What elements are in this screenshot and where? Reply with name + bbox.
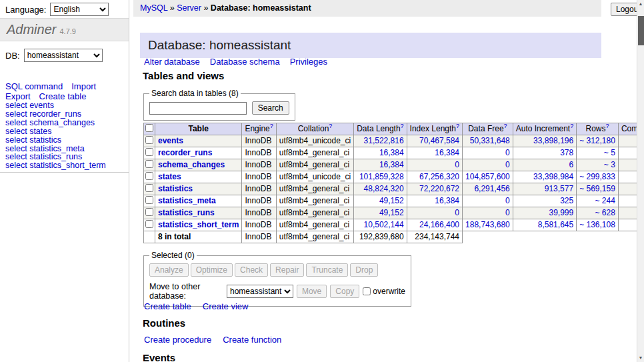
help-link[interactable]: ? (329, 123, 332, 129)
auto-increment-link[interactable]: 8,581,645 (538, 220, 573, 229)
table-name-link[interactable]: schema_changes (158, 160, 225, 169)
auto-increment-link[interactable]: 378 (560, 148, 573, 157)
sidebar-table-link[interactable]: select recorder_runs (5, 110, 106, 119)
sidebar-action-link[interactable]: Import (71, 81, 96, 91)
index-length-link[interactable]: 0 (455, 160, 459, 169)
overwrite-checkbox[interactable] (363, 287, 371, 295)
help-link[interactable]: ? (570, 123, 573, 129)
table-name-link[interactable]: statistics (158, 184, 193, 193)
data-free-link[interactable]: 6,291,456 (474, 184, 509, 193)
auto-increment-link[interactable]: 33,898,196 (533, 136, 573, 145)
scroll-down-icon[interactable]: ▼ (637, 354, 644, 362)
auto-increment-link[interactable]: 33,398,984 (533, 172, 573, 181)
table-name-link[interactable]: statistics_runs (158, 208, 215, 217)
table-name-link[interactable]: statistics_meta (158, 196, 216, 205)
index-length-link[interactable]: 67,256,320 (419, 172, 459, 181)
row-checkbox[interactable] (145, 136, 153, 144)
vertical-scrollbar[interactable]: ▲ ▼ (637, 0, 644, 362)
search-button[interactable]: Search (252, 101, 289, 115)
data-length-link[interactable]: 31,522,816 (364, 136, 404, 145)
rows-count-link[interactable]: ~ 569,159 (579, 184, 615, 193)
create-view-link[interactable]: Create view (203, 301, 249, 311)
rows-count-link[interactable]: ~ 628 (595, 208, 615, 217)
analyze-button[interactable]: Analyze (149, 263, 189, 277)
data-free-link[interactable]: 104,857,600 (465, 172, 510, 181)
scroll-up-icon[interactable]: ▲ (637, 0, 644, 8)
database-action-link[interactable]: Database schema (210, 57, 280, 67)
copy-button[interactable]: Copy (330, 285, 359, 298)
row-checkbox[interactable] (145, 172, 153, 180)
help-link[interactable]: ? (456, 123, 459, 129)
sidebar-table-link[interactable]: select schema_changes (5, 119, 106, 127)
row-checkbox[interactable] (145, 196, 153, 204)
repair-button[interactable]: Repair (270, 263, 304, 277)
data-free-link[interactable]: 188,743,680 (465, 220, 510, 229)
help-link[interactable]: ? (606, 123, 609, 129)
data-length-link[interactable]: 49,152 (379, 208, 404, 217)
data-free-link[interactable]: 0 (505, 196, 510, 205)
data-length-link[interactable]: 101,859,328 (359, 172, 404, 181)
help-link[interactable]: ? (401, 123, 404, 129)
table-name-link[interactable]: statistics_short_term (158, 220, 239, 229)
move-db-select[interactable]: homeassistant (227, 285, 293, 298)
rows-count-link[interactable]: ~ 244 (595, 196, 615, 205)
database-action-link[interactable]: Privileges (290, 57, 327, 67)
language-select[interactable]: English (50, 3, 109, 16)
rows-count-link[interactable]: ~ 3 (604, 160, 615, 169)
index-length-link[interactable]: 70,467,584 (419, 136, 459, 145)
help-link[interactable]: ? (270, 123, 273, 129)
rows-count-link[interactable]: ~ 5 (604, 148, 615, 157)
breadcrumb-link[interactable]: Server (177, 3, 201, 13)
table-name-link[interactable]: states (158, 172, 181, 181)
data-free-link[interactable]: 0 (505, 160, 510, 169)
drop-button[interactable]: Drop (350, 263, 378, 277)
data-free-link[interactable]: 0 (505, 208, 510, 217)
data-free-link[interactable]: 50,331,648 (470, 136, 510, 145)
row-checkbox[interactable] (145, 208, 153, 216)
row-checkbox[interactable] (145, 220, 153, 228)
data-length-link[interactable]: 49,152 (379, 196, 404, 205)
index-length-link[interactable]: 0 (455, 208, 459, 217)
optimize-button[interactable]: Optimize (191, 263, 233, 277)
row-checkbox[interactable] (145, 160, 153, 168)
data-length-link[interactable]: 16,384 (379, 148, 404, 157)
rows-count-link[interactable]: ~ 299,833 (579, 172, 615, 181)
create-procedure-link[interactable]: Create procedure (144, 335, 211, 345)
rows-count-link[interactable]: ~ 136,108 (579, 220, 615, 229)
data-length-link[interactable]: 10,502,144 (364, 220, 404, 229)
move-button[interactable]: Move (297, 285, 327, 298)
scrollbar-thumb[interactable] (638, 16, 644, 45)
table-name-link[interactable]: events (158, 136, 183, 145)
help-link[interactable]: ? (504, 123, 507, 129)
create-table-link[interactable]: Create table (144, 301, 191, 311)
truncate-button[interactable]: Truncate (306, 263, 348, 277)
table-name-link[interactable]: recorder_runs (158, 148, 212, 157)
rows-count-link[interactable]: ~ 312,180 (579, 136, 615, 145)
auto-increment-link[interactable]: 913,577 (545, 184, 573, 193)
brand-name[interactable]: Adminer (7, 22, 56, 37)
sidebar-action-link[interactable]: SQL command (5, 81, 63, 91)
sidebar-action-link[interactable]: Create table (39, 91, 87, 101)
index-length-link[interactable]: 24,166,400 (419, 220, 459, 229)
check-button[interactable]: Check (235, 263, 268, 277)
row-checkbox[interactable] (145, 184, 153, 192)
db-select[interactable]: homeassistant (24, 49, 103, 62)
auto-increment-link[interactable]: 39,999 (549, 208, 573, 217)
auto-increment-link[interactable]: 325 (560, 196, 573, 205)
index-length-link[interactable]: 16,384 (435, 148, 459, 157)
row-checkbox[interactable] (145, 148, 153, 156)
search-input[interactable] (149, 102, 247, 115)
breadcrumb-link[interactable]: MySQL (140, 3, 167, 13)
sidebar-action-link[interactable]: Export (5, 91, 31, 101)
sidebar-table-link[interactable]: select events (5, 101, 106, 110)
index-length-link[interactable]: 16,384 (435, 196, 459, 205)
sidebar-table-link[interactable]: select statistics (5, 136, 106, 145)
data-free-link[interactable]: 0 (505, 148, 510, 157)
sidebar-table-link[interactable]: select statistics_short_term (5, 161, 106, 170)
sidebar-table-link[interactable]: select states (5, 127, 106, 136)
data-length-link[interactable]: 16,384 (379, 160, 404, 169)
auto-increment-link[interactable]: 6 (569, 160, 573, 169)
select-all-checkbox[interactable] (145, 124, 153, 132)
index-length-link[interactable]: 72,220,672 (419, 184, 459, 193)
database-action-link[interactable]: Alter database (144, 57, 200, 67)
